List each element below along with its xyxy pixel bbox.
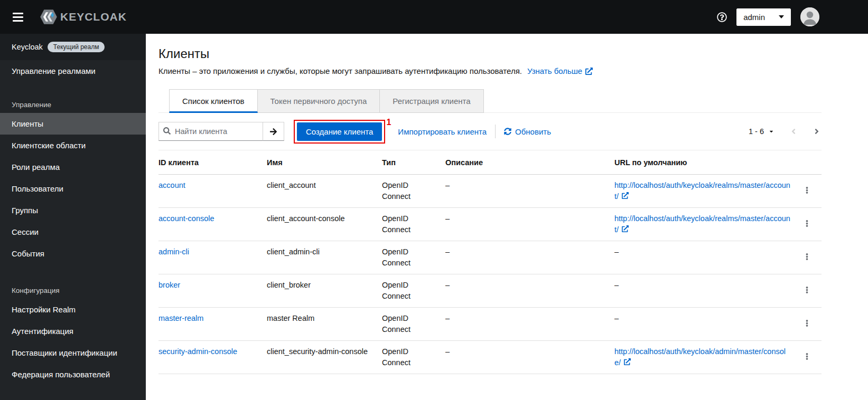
home-url-link[interactable]: http://localhost/auth/keycloak/admin/mas… <box>614 347 786 367</box>
client-id-link[interactable]: broker <box>158 281 180 289</box>
table-row: account client_account OpenID Connect – … <box>158 175 822 208</box>
refresh-button[interactable]: Обновить <box>504 127 551 136</box>
external-link-icon <box>622 225 629 232</box>
realm-name: Keycloak <box>12 43 43 51</box>
sidebar-item-users[interactable]: Пользователи <box>0 178 146 199</box>
avatar[interactable] <box>800 7 819 26</box>
chevron-right-icon <box>814 127 819 136</box>
row-actions-kebab[interactable] <box>801 317 813 331</box>
client-type-cell: OpenID Connect <box>382 208 445 241</box>
client-name-cell: client_account <box>267 175 382 208</box>
client-description-cell: – <box>445 341 614 374</box>
client-id-link[interactable]: account <box>158 181 185 189</box>
tabs: Список клиентов Токен первичного доступа… <box>169 89 484 113</box>
nav-section-title: Конфигурация <box>0 282 146 299</box>
avatar-icon <box>800 7 819 26</box>
tab-initial-access-token[interactable]: Токен первичного доступа <box>258 89 380 113</box>
realm-selector[interactable]: Keycloak Текущий реалм <box>0 34 146 60</box>
tab-clients-list[interactable]: Список клиентов <box>169 89 258 113</box>
hamburger-menu-button[interactable] <box>8 7 27 27</box>
row-actions-kebab[interactable] <box>801 250 813 265</box>
kebab-icon <box>806 252 808 261</box>
client-name-cell: client_account-console <box>267 208 382 241</box>
pagination-options-toggle[interactable]: 1 - 6 <box>749 127 774 136</box>
table-row: broker client_broker OpenID Connect – – <box>158 274 822 308</box>
sidebar-item-user-federation[interactable]: Федерация пользователей <box>0 364 146 385</box>
table-header-row: ID клиента Имя Тип Описание URL по умолч… <box>158 150 822 175</box>
nav-section-management: Управление Клиенты Клиентские области Ро… <box>0 97 146 264</box>
kebab-icon <box>806 285 808 294</box>
annotation-number: 1 <box>386 118 391 127</box>
client-description-cell: – <box>445 274 614 308</box>
external-link-icon <box>622 192 629 199</box>
chevron-left-icon <box>791 127 796 136</box>
top-bar: KEYCLOAK admin <box>0 0 868 34</box>
sidebar-item-client-scopes[interactable]: Клиентские области <box>0 135 146 156</box>
home-url-cell: – <box>614 241 800 274</box>
client-description-cell: – <box>445 175 614 208</box>
client-description-cell: – <box>445 308 614 341</box>
home-url-cell: – <box>614 308 800 341</box>
sidebar-item-realm-roles[interactable]: Роли реалма <box>0 156 146 178</box>
table-row: account-console client_account-console O… <box>158 208 822 241</box>
external-link-icon <box>585 68 593 75</box>
column-header-name: Имя <box>267 150 382 175</box>
client-name-cell: client_admin-cli <box>267 241 382 274</box>
page-description-text: Клиенты – это приложения и службы, котор… <box>158 66 522 75</box>
home-url-cell: http://localhost/auth/keycloak/realms/ma… <box>614 175 800 208</box>
row-actions-kebab[interactable] <box>801 184 813 198</box>
tabs-row: Список клиентов Токен первичного доступа… <box>158 89 822 113</box>
home-url-cell: – <box>614 274 800 308</box>
prev-page-button[interactable] <box>789 125 798 138</box>
page-title: Клиенты <box>158 46 822 61</box>
external-link-icon <box>624 358 631 365</box>
sidebar: Keycloak Текущий реалм Управление реалма… <box>0 34 146 400</box>
column-header-description: Описание <box>445 150 614 175</box>
keycloak-logo: KEYCLOAK <box>39 7 127 26</box>
client-type-cell: OpenID Connect <box>382 175 445 208</box>
keycloak-admin-console: KEYCLOAK admin <box>0 0 868 400</box>
sidebar-item-identity-providers[interactable]: Поставщики идентификации <box>0 342 146 364</box>
sidebar-item-sessions[interactable]: Сессии <box>0 221 146 243</box>
sidebar-item-manage-realms[interactable]: Управление реалмами <box>0 60 146 82</box>
kebab-icon <box>806 186 808 195</box>
client-description-cell: – <box>445 241 614 274</box>
client-id-link[interactable]: admin-cli <box>158 247 189 256</box>
page-description: Клиенты – это приложения и службы, котор… <box>158 66 822 75</box>
main-content: Клиенты Клиенты – это приложения и служб… <box>146 34 868 400</box>
search-submit-button[interactable] <box>263 122 284 141</box>
current-realm-badge: Текущий реалм <box>48 42 105 52</box>
table-row: admin-cli client_admin-cli OpenID Connec… <box>158 241 822 274</box>
row-actions-kebab[interactable] <box>801 217 813 232</box>
table-row: security-admin-console client_security-a… <box>158 341 822 374</box>
client-id-link[interactable]: account-console <box>158 214 214 223</box>
import-client-link[interactable]: Импортировать клиента <box>398 127 487 136</box>
client-id-link[interactable]: security-admin-console <box>158 347 237 356</box>
kebab-icon <box>806 352 808 361</box>
client-name-cell: client_broker <box>267 274 382 308</box>
home-url-link[interactable]: http://localhost/auth/keycloak/realms/ma… <box>614 214 790 234</box>
sidebar-item-groups[interactable]: Группы <box>0 199 146 221</box>
home-url-link[interactable]: http://localhost/auth/keycloak/realms/ma… <box>614 181 790 201</box>
sidebar-item-authentication[interactable]: Аутентификация <box>0 320 146 342</box>
tab-client-registration[interactable]: Регистрация клиента <box>380 89 483 113</box>
client-type-cell: OpenID Connect <box>382 341 445 374</box>
sidebar-item-realm-settings[interactable]: Настройки Realm <box>0 299 146 320</box>
search-input[interactable] <box>158 122 263 141</box>
column-header-client-id: ID клиента <box>158 150 267 175</box>
client-type-cell: OpenID Connect <box>382 308 445 341</box>
client-id-link[interactable]: master-realm <box>158 314 203 322</box>
next-page-button[interactable] <box>812 125 822 138</box>
topbar-left: KEYCLOAK <box>8 7 127 27</box>
sidebar-item-events[interactable]: События <box>0 243 146 264</box>
row-actions-kebab[interactable] <box>801 350 813 365</box>
user-menu[interactable]: admin <box>736 8 791 26</box>
help-button[interactable] <box>717 12 727 22</box>
create-client-button[interactable]: Создание клиента <box>297 122 382 141</box>
sidebar-item-clients[interactable]: Клиенты <box>0 113 146 135</box>
learn-more-link[interactable]: Узнать больше <box>527 66 593 75</box>
pagination-top: 1 - 6 <box>749 125 822 138</box>
row-actions-kebab[interactable] <box>801 283 813 298</box>
question-circle-icon <box>717 12 727 22</box>
pagination-nav <box>789 125 822 138</box>
